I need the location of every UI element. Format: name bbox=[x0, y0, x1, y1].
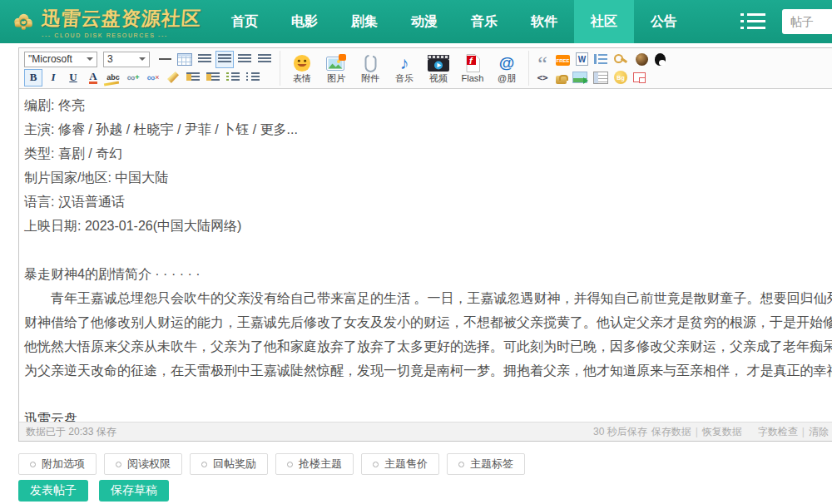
align-center-icon bbox=[218, 54, 231, 64]
cloud-disk-link[interactable]: 迅雷云盘 bbox=[24, 412, 77, 422]
align-center-button[interactable] bbox=[215, 51, 234, 68]
nav-item-software[interactable]: 软件 bbox=[514, 0, 574, 43]
radio-circle-icon bbox=[287, 462, 293, 467]
nav-item-anime[interactable]: 动漫 bbox=[394, 0, 454, 43]
option-additional-settings[interactable]: 附加选项 bbox=[18, 453, 97, 475]
synopsis-line: 青年王嘉诚总埋怨只会吹牛的父亲没有给自己带来富足的生活 。一日，王嘉诚忽遇财神，… bbox=[24, 286, 832, 310]
cloud-logo-icon bbox=[12, 3, 35, 40]
code-button[interactable] bbox=[535, 71, 550, 85]
page: 迅雷云盘资源社区 --- CLOUD DISK RESOURCES --- 首页… bbox=[0, 0, 832, 504]
option-reply-reward[interactable]: 回帖奖励 bbox=[190, 453, 268, 475]
ordered-list-button[interactable] bbox=[224, 69, 242, 86]
chevron-down-icon bbox=[87, 57, 93, 61]
insert-flash-button[interactable]: f Flash bbox=[457, 53, 488, 83]
password-content-button[interactable] bbox=[613, 52, 628, 67]
option-topic-price[interactable]: 主题售价 bbox=[361, 453, 439, 475]
float-list-button[interactable] bbox=[594, 54, 607, 64]
bold-button[interactable] bbox=[24, 69, 42, 86]
unordered-list-icon bbox=[246, 72, 260, 82]
font-family-value: "Microsoft bbox=[28, 53, 72, 65]
post-type-select[interactable]: 帖子 bbox=[782, 9, 832, 34]
publish-post-button[interactable]: 发表帖子 bbox=[18, 480, 88, 502]
outdent-button[interactable] bbox=[204, 69, 222, 86]
editor-statusbar: 数据已于 20:33 保存 30 秒后保存 保存数据 | 恢复数据 字数检查 |… bbox=[19, 422, 832, 441]
main-nav: 首页 电影 剧集 动漫 音乐 软件 社区 公告 bbox=[215, 0, 694, 43]
save-data-link[interactable]: 保存数据 bbox=[651, 425, 691, 439]
synopsis-line: 为父亲逆天改命的征途，在天雷极刑中王嘉诚陡然惊醒，发现一切竟是南柯一梦。拥抱着父… bbox=[24, 358, 832, 383]
editor-content[interactable]: 编剧: 佟亮 主演: 修睿 / 孙越 / 杜晓宇 / 尹菲 / 卜钰 / 更多.… bbox=[19, 89, 832, 422]
brand-logo[interactable]: 迅雷云盘资源社区 --- CLOUD DISK RESOURCES --- bbox=[12, 3, 201, 40]
italic-button[interactable] bbox=[44, 69, 62, 86]
synopsis-title: 暴走财神4的剧情简介 · · · · · · bbox=[24, 262, 832, 286]
save-draft-button[interactable]: 保存草稿 bbox=[99, 480, 169, 502]
word-paste-button[interactable] bbox=[576, 52, 588, 66]
option-read-permission[interactable]: 阅读权限 bbox=[104, 453, 182, 475]
spellcheck-button[interactable] bbox=[104, 69, 122, 86]
background-button[interactable] bbox=[614, 71, 627, 84]
lock-content-button[interactable] bbox=[556, 76, 567, 84]
radio-circle-icon bbox=[116, 462, 121, 467]
nav-item-series[interactable]: 剧集 bbox=[334, 0, 394, 43]
insert-attachment-button[interactable]: 附件 bbox=[354, 53, 386, 83]
hidden-content-button[interactable] bbox=[634, 52, 649, 67]
mention-friend-button[interactable]: @ @朋 bbox=[491, 53, 522, 83]
divider: | bbox=[802, 426, 805, 437]
unordered-list-button[interactable] bbox=[244, 69, 262, 86]
nav-item-home[interactable]: 首页 bbox=[215, 0, 275, 43]
nav-item-announcements[interactable]: 公告 bbox=[634, 0, 694, 43]
divider: | bbox=[696, 426, 698, 437]
editor-panel: "Microsoft 3 bbox=[18, 47, 832, 442]
nav-item-movies[interactable]: 电影 bbox=[275, 0, 334, 43]
indent-button[interactable] bbox=[184, 69, 202, 86]
sphere-icon bbox=[636, 53, 648, 66]
align-justify-button[interactable] bbox=[255, 51, 274, 68]
nav-item-music[interactable]: 音乐 bbox=[454, 0, 514, 43]
image-export-button[interactable] bbox=[572, 72, 587, 83]
horizontal-rule-button[interactable] bbox=[156, 51, 174, 68]
autosave-countdown: 30 秒后保存 bbox=[593, 425, 647, 439]
nav-item-community[interactable]: 社区 bbox=[574, 0, 634, 43]
radio-circle-icon bbox=[201, 462, 207, 467]
synopsis-line: 财神借给了他修改别人财运的能力，王嘉诚先后修改了女友及发小的财运，不想都被父亲搅… bbox=[24, 310, 832, 334]
insert-link-button[interactable] bbox=[124, 69, 142, 86]
quote-button[interactable] bbox=[535, 52, 550, 67]
insert-image-button[interactable]: 图片 bbox=[320, 53, 352, 83]
toolbar-format-group: "Microsoft 3 bbox=[22, 49, 275, 87]
option-floor-grab-topic[interactable]: 抢楼主题 bbox=[275, 453, 354, 475]
post-options-row: 附加选项 阅读权限 回帖奖励 抢楼主题 主题售价 主题标签 bbox=[18, 453, 525, 475]
toolbar-media-group: 表情 图片 附件 ♪ 音乐 bbox=[280, 51, 529, 86]
insert-emoticon-button[interactable]: 表情 bbox=[286, 53, 318, 83]
ordered-list-icon bbox=[226, 72, 240, 82]
word-count-link[interactable]: 字数检查 bbox=[758, 425, 798, 439]
clear-data-link[interactable]: 清除 bbox=[809, 425, 829, 439]
qq-icon-button[interactable] bbox=[655, 53, 666, 66]
font-color-button[interactable] bbox=[84, 69, 102, 86]
font-family-select[interactable]: "Microsoft bbox=[24, 52, 97, 67]
action-buttons-row: 发表帖子 保存草稿 bbox=[18, 480, 169, 502]
align-right-button[interactable] bbox=[235, 51, 254, 68]
insert-music-button[interactable]: ♪ 音乐 bbox=[389, 53, 420, 83]
insert-video-button[interactable]: 视频 bbox=[423, 53, 454, 83]
underline-button[interactable] bbox=[64, 69, 82, 86]
info-line-country: 制片国家/地区: 中国大陆 bbox=[24, 166, 832, 190]
free-content-button[interactable] bbox=[556, 55, 570, 66]
info-line-cast: 主演: 修睿 / 孙越 / 杜晓宇 / 尹菲 / 卜钰 / 更多... bbox=[24, 117, 832, 141]
info-line-release-date: 上映日期: 2023-01-26(中国大陆网络) bbox=[24, 214, 832, 238]
brand-title: 迅雷云盘资源社区 bbox=[41, 6, 203, 32]
insert-table-button[interactable] bbox=[176, 51, 194, 68]
restore-data-link[interactable]: 恢复数据 bbox=[702, 425, 742, 439]
nav-right: 帖子 bbox=[740, 9, 832, 34]
frames-button[interactable] bbox=[633, 72, 646, 82]
align-justify-icon bbox=[258, 54, 271, 64]
flash-icon: f bbox=[465, 53, 480, 72]
font-size-select[interactable]: 3 bbox=[103, 52, 150, 67]
chevron-down-icon bbox=[139, 57, 146, 61]
align-left-button[interactable] bbox=[196, 51, 214, 68]
clear-format-button[interactable] bbox=[164, 69, 182, 86]
option-topic-tags[interactable]: 主题标签 bbox=[447, 453, 525, 475]
list-toggle-icon[interactable] bbox=[740, 12, 765, 31]
table-layout-button[interactable] bbox=[593, 72, 608, 84]
remove-link-button[interactable] bbox=[144, 69, 162, 86]
broom-icon bbox=[167, 72, 179, 83]
at-icon: @ bbox=[499, 53, 515, 72]
